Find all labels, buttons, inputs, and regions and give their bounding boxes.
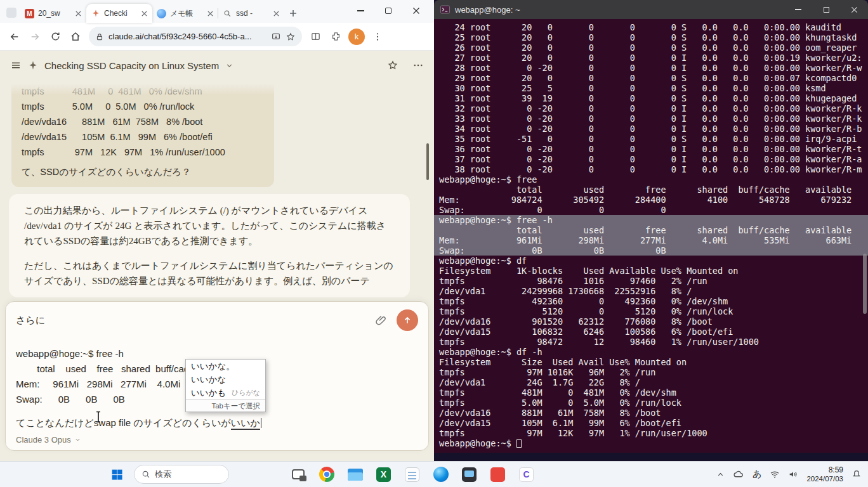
tab1-favicon-icon — [25, 9, 34, 18]
browser-minimize-button[interactable] — [346, 1, 374, 20]
profile-avatar[interactable]: k — [348, 29, 365, 45]
terminal-line: 31 root 39 19 0 0 0 S 0.0 0.0 0:00.00 kh… — [434, 93, 868, 103]
terminal-titlebar[interactable]: webapp@hoge: ~ — [434, 0, 868, 19]
terminal-line: tmpfs 97M 1016K 96M 2% /run — [434, 367, 868, 377]
onedrive-cloud-icon[interactable] — [733, 469, 744, 480]
more-options-icon[interactable] — [412, 60, 424, 71]
terminal-line: /dev/vda1 24299968 1730668 22552916 8% / — [434, 286, 868, 296]
model-selector[interactable]: Claude 3 Opus — [16, 435, 81, 445]
refresh-button[interactable] — [46, 27, 65, 46]
terminal-close-button[interactable] — [840, 0, 868, 19]
terminal-maximize-button[interactable] — [812, 0, 840, 19]
tray-chevron-up-icon[interactable] — [716, 471, 725, 479]
terminal-line: 30 root 25 5 0 0 0 S 0.0 0.0 0:00.00 ksm… — [434, 83, 868, 93]
user-df-line: tmpfs 5.0M 0 5.0M 0% /run/lock — [22, 99, 264, 114]
browser-tab-4[interactable]: ssd - — [218, 4, 284, 23]
date-text: 2024/07/03 — [806, 474, 843, 483]
ime-candidate[interactable]: いいかも ひらがな — [186, 386, 265, 399]
browser-toolbar: claude.ai/chat/5f93c249-5660-4c5b-a... k — [0, 23, 434, 51]
taskbar-search-box[interactable]: 検索 — [134, 465, 229, 484]
terminal-line: 27 root 20 0 0 0 0 I 0.0 0.0 0:00.19 kwo… — [434, 53, 868, 63]
taskbar-clock[interactable]: 8:59 2024/07/03 — [806, 465, 843, 483]
text-caret — [261, 418, 262, 428]
ime-candidate-window: いいかな。 いいかな いいかも ひらがな Tabキーで選択 — [185, 359, 266, 412]
attach-paperclip-icon[interactable] — [375, 314, 388, 327]
ime-candidate[interactable]: いいかな。 — [186, 360, 265, 373]
volume-icon[interactable] — [788, 469, 798, 479]
browser-close-button[interactable] — [402, 1, 430, 20]
sidebar-menu-icon[interactable] — [10, 60, 22, 71]
new-tab-button[interactable] — [288, 8, 298, 18]
tab-label: Checki — [104, 9, 137, 18]
tab-close-icon[interactable] — [207, 10, 214, 17]
user-df-line: tmpfs 97M 12K 97M 1% /run/user/1000 — [22, 145, 264, 160]
split-screen-icon[interactable] — [306, 27, 325, 46]
browser-menu-icon[interactable] — [368, 27, 387, 46]
browser-tab-1[interactable]: 20_sw — [20, 4, 86, 23]
ime-candidate-text: いいかな。 — [191, 360, 235, 373]
terminal-output[interactable]: 24 root 20 0 0 0 0 S 0.0 0.0 0:00.00 kau… — [434, 19, 868, 453]
tab-close-icon[interactable] — [273, 10, 280, 17]
terminal-line: 36 root 0 -20 0 0 0 I 0.0 0.0 0:00.00 kw… — [434, 144, 868, 154]
bookmark-star-icon[interactable] — [286, 32, 296, 42]
chat-scroll-area[interactable]: tmpfs 481M 0 481M 0% /dev/shmtmpfs 5.0M … — [0, 80, 434, 301]
home-button[interactable] — [66, 27, 85, 46]
terminal-app-taskbar-icon[interactable] — [459, 464, 480, 485]
red-app-icon[interactable] — [487, 464, 508, 485]
user-df-line: /dev/vda15 105M 6.1M 99M 6% /boot/efi — [22, 129, 264, 145]
terminal-line: 28 root 0 -20 0 0 0 I 0.0 0.0 0:00.00 kw… — [434, 63, 868, 73]
tab-close-icon[interactable] — [141, 10, 148, 17]
terminal-line: tmpfs 98476 1016 97460 2% /run — [434, 276, 868, 286]
tab-close-icon[interactable] — [75, 10, 82, 17]
terminal-line: /dev/vda15 105M 6.1M 99M 6% /boot/efi — [434, 418, 868, 428]
chevron-down-icon[interactable] — [225, 62, 233, 70]
terminal-scrollbar-thumb[interactable] — [863, 254, 867, 314]
url-text[interactable]: claude.ai/chat/5f93c249-5660-4c5b-a... — [109, 32, 266, 41]
terminal-line: 26 root 20 0 0 0 0 S 0.0 0.0 0:00.00 oom… — [434, 42, 868, 53]
terminal-line: 33 root 0 -20 0 0 0 I 0.0 0.0 0:00.00 kw… — [434, 114, 868, 124]
back-button[interactable] — [5, 27, 24, 46]
terminal-line: tmpfs 481M 0 481M 0% /dev/shm — [434, 387, 868, 398]
forward-button[interactable] — [25, 27, 44, 46]
favorite-star-icon[interactable] — [387, 60, 398, 71]
chrome-icon[interactable] — [316, 464, 337, 485]
start-button[interactable] — [107, 464, 128, 485]
conversation-title[interactable]: Checking SSD Capacity on Linux System — [44, 60, 219, 71]
browser-tab-2-active[interactable]: Checki — [86, 4, 152, 23]
browser-maximize-button[interactable] — [374, 1, 402, 20]
file-explorer-icon[interactable] — [345, 464, 365, 485]
terminal-line: total used free shared buff/cache availa… — [434, 185, 868, 195]
send-button[interactable] — [397, 309, 418, 331]
terminal-cursor — [516, 439, 522, 448]
terminal-line: tmpfs 98472 12 98460 1% /run/user/1000 — [434, 337, 868, 347]
edge-icon[interactable] — [430, 464, 451, 485]
excel-icon[interactable] — [373, 464, 394, 485]
terminal-line: webapp@hoge:~$ df — [434, 256, 868, 266]
ime-candidate[interactable]: いいかな — [186, 373, 265, 386]
terminal-line: tmpfs 492360 0 492360 0% /dev/shm — [434, 296, 868, 306]
send-to-device-icon[interactable] — [271, 32, 281, 42]
system-tray: あ 8:59 2024/07/03 — [716, 465, 862, 483]
notepad-icon[interactable] — [402, 464, 423, 485]
browser-tab-3[interactable]: メモ帳 — [152, 4, 218, 23]
user-df-line: /dev/vda16 881M 61M 758M 8% /boot — [22, 114, 264, 129]
terminal-minimize-button[interactable] — [784, 0, 812, 19]
terminal-line: tmpfs 5.0M 0 5.0M 0% /run/lock — [434, 398, 868, 408]
terminal-line: Filesystem 1K-blocks Used Available Use%… — [434, 266, 868, 276]
tab-label: ssd - — [236, 9, 269, 18]
mouse-ibeam-cursor — [95, 411, 102, 423]
lock-icon[interactable] — [95, 32, 104, 41]
notification-bell-icon[interactable] — [852, 469, 862, 479]
chat-scrollbar-thumb[interactable] — [426, 143, 429, 180]
search-label: 検索 — [155, 469, 171, 480]
address-bar[interactable]: claude.ai/chat/5f93c249-5660-4c5b-a... — [89, 27, 302, 46]
task-view-button[interactable] — [287, 464, 308, 485]
search-icon — [141, 470, 150, 479]
terminal-line: webapp@hoge:~$ — [434, 438, 868, 448]
wifi-icon[interactable] — [770, 469, 780, 479]
extensions-puzzle-icon[interactable] — [326, 27, 345, 46]
ime-mode-indicator[interactable]: あ — [753, 469, 761, 480]
tab-workspace-icon[interactable] — [6, 8, 16, 18]
terminal-line: 37 root 0 -20 0 0 0 I 0.0 0.0 0:00.00 kw… — [434, 154, 868, 164]
c-app-icon[interactable] — [516, 464, 537, 485]
